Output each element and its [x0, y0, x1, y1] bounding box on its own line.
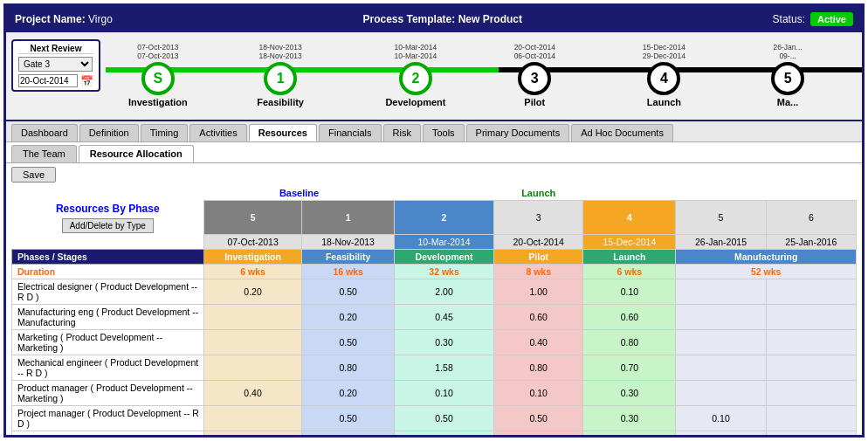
- phase-date-1: 18-Nov-2013: [302, 235, 395, 250]
- phase-label-s: Investigation: [128, 97, 188, 107]
- sub-tabs: The Team Resource Allocation: [6, 142, 862, 163]
- phase-date-3: 20-Oct-2014: [493, 235, 582, 250]
- phase-num-2: 2: [395, 201, 494, 235]
- resources-table: Baseline Launch Resources By Phase Add/D…: [11, 186, 857, 438]
- duration-label: Duration: [12, 265, 204, 279]
- project-name: Project Name: Virgo: [15, 13, 113, 25]
- phase-date-2: 10-Mar-2014: [395, 235, 494, 250]
- table-row: Mechanical engineer ( Product Developmen…: [12, 355, 857, 381]
- phase-node-4: 15-Dec-201429-Dec-2014 4 Launch: [643, 43, 685, 107]
- phase-num-4: 4: [583, 201, 676, 235]
- next-review-date[interactable]: [18, 74, 78, 87]
- phase-date-s: 07-Oct-2013: [204, 235, 302, 250]
- phase-circle-1: 1: [264, 62, 297, 95]
- content-area: Save Baseline Launch: [6, 163, 862, 438]
- phase-node-1: 18-Nov-201318-Nov-2013 1 Feasibility: [257, 43, 304, 107]
- phase-date-6: 25-Jan-2016: [766, 235, 856, 250]
- phase-circle-2: 2: [399, 62, 432, 95]
- phase-circle-3: 3: [518, 62, 551, 95]
- timeline-track: 07-Oct-201307-Oct-2013 S Investigation 1…: [106, 43, 862, 126]
- table-row: Project manager ( Product Development --…: [12, 406, 857, 431]
- tab-financials[interactable]: Financials: [319, 124, 382, 141]
- dur-development: 32 wks: [395, 265, 494, 279]
- gate-select[interactable]: Gate 3: [18, 57, 93, 72]
- dur-launch: 6 wks: [583, 265, 676, 279]
- dur-feasibility: 16 wks: [302, 265, 395, 279]
- tab-activities[interactable]: Activities: [189, 124, 246, 141]
- project-name-label: Project Name:: [15, 13, 86, 25]
- resources-by-phase-title: Resources By Phase: [16, 203, 201, 215]
- tab-resources[interactable]: Resources: [249, 124, 317, 141]
- table-row: Manufacturing eng ( Product Development …: [12, 305, 857, 330]
- col-header-feasibility: Feasibility: [302, 250, 395, 265]
- phase-label-3: Pilot: [524, 97, 545, 107]
- phase-date-4: 15-Dec-2014: [583, 235, 676, 250]
- tab-tools[interactable]: Tools: [423, 124, 465, 141]
- dur-manufacturing: 52 wks: [676, 265, 857, 279]
- tab-timing[interactable]: Timing: [141, 124, 189, 141]
- table-row: Product manager ( Product Development --…: [12, 381, 857, 406]
- status-label: Status:: [773, 13, 805, 25]
- phase-circle-5: 5: [771, 62, 804, 95]
- add-delete-button[interactable]: Add/Delete by Type: [62, 218, 154, 233]
- process-template-label: Process Template:: [362, 13, 455, 25]
- phase-num-6: 6: [766, 201, 856, 235]
- phase-num-3: 3: [493, 201, 582, 235]
- phase-num-s: 5: [204, 201, 302, 235]
- phase-label-4: Launch: [647, 97, 681, 107]
- phase-label-2: Development: [385, 97, 445, 107]
- status-badge: Active: [810, 12, 853, 26]
- save-button[interactable]: Save: [11, 167, 56, 183]
- phase-label-5: Ma...: [777, 97, 798, 107]
- project-name-value: Virgo: [88, 13, 113, 25]
- col-header-phases: Phases / Stages: [12, 250, 204, 265]
- process-template-value: New Product: [458, 13, 522, 25]
- col-header-launch: Launch: [583, 250, 676, 265]
- phase-circle-s: S: [141, 62, 175, 95]
- status-area: Status: Active: [773, 12, 853, 26]
- table-row: Software engineer ( Product Development …: [12, 431, 857, 438]
- next-review-box: Next Review Gate 3 📅: [11, 39, 100, 92]
- launch-label: Launch: [521, 188, 555, 198]
- dur-pilot: 8 wks: [493, 265, 582, 279]
- table-row: Electrical designer ( Product Developmen…: [12, 279, 857, 305]
- tab-adhoc-documents[interactable]: Ad Hoc Documents: [571, 124, 673, 141]
- tab-definition[interactable]: Definition: [79, 124, 139, 141]
- phase-date-5: 26-Jan-2015: [676, 235, 766, 250]
- dur-investigation: 6 wks: [204, 265, 302, 279]
- duration-row: Duration 6 wks 16 wks 32 wks 8 wks 6 wks…: [12, 265, 857, 279]
- col-header-manufacturing: Manufacturing: [676, 250, 857, 265]
- baseline-label: Baseline: [279, 188, 319, 198]
- col-header-pilot: Pilot: [493, 250, 582, 265]
- tab-primary-documents[interactable]: Primary Documents: [466, 124, 570, 141]
- phase-node-2: 10-Mar-201410-Mar-2014 2 Development: [385, 43, 445, 107]
- timeline-container: Next Review Gate 3 📅 07-Oct-201307-Oct-2…: [6, 32, 862, 120]
- phase-circle-4: 4: [647, 62, 680, 95]
- table-row: Marketing ( Product Development -- Marke…: [12, 330, 857, 355]
- col-header-development: Development: [395, 250, 494, 265]
- tab-risk[interactable]: Risk: [383, 124, 421, 141]
- calendar-icon[interactable]: 📅: [80, 75, 93, 87]
- phase-label-1: Feasibility: [257, 97, 304, 107]
- process-template: Process Template: New Product: [113, 13, 773, 25]
- phase-num-1: 1: [302, 201, 395, 235]
- phase-node-s: 07-Oct-201307-Oct-2013 S Investigation: [128, 43, 188, 107]
- next-review-title: Next Review: [18, 44, 93, 54]
- subtab-resource-allocation[interactable]: Resource Allocation: [79, 145, 194, 162]
- phase-node-3: 20-Oct-201406-Oct-2014 3 Pilot: [514, 43, 555, 107]
- col-header-investigation: Investigation: [204, 250, 302, 265]
- phase-num-5: 5: [676, 201, 766, 235]
- phase-node-5: 26-Jan...09-... 5 Ma...: [771, 43, 804, 107]
- subtab-the-team[interactable]: The Team: [11, 145, 77, 162]
- header-bar: Project Name: Virgo Process Template: Ne…: [6, 6, 862, 32]
- tab-dashboard[interactable]: Dashboard: [11, 124, 78, 141]
